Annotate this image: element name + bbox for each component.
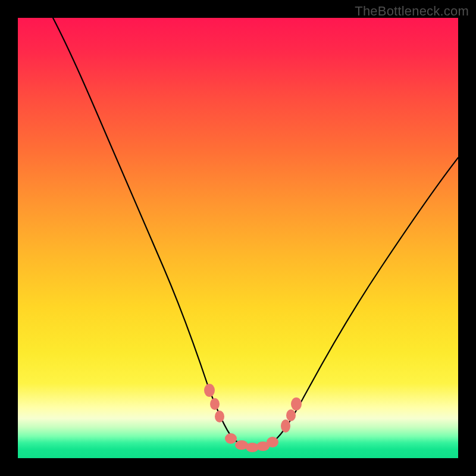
- marker-dot: [215, 411, 224, 422]
- bottleneck-curve-svg: [18, 18, 458, 458]
- bottleneck-curve: [53, 18, 458, 447]
- marker-dot: [267, 437, 278, 447]
- marker-dot: [286, 409, 296, 421]
- marker-dot: [281, 419, 290, 433]
- curve-markers: [204, 384, 302, 452]
- marker-dot: [225, 433, 237, 444]
- chart-frame: TheBottleneck.com: [0, 0, 476, 476]
- marker-dot: [291, 397, 302, 411]
- plot-area: [18, 18, 458, 458]
- marker-dot: [210, 398, 220, 410]
- watermark-text: TheBottleneck.com: [355, 4, 469, 19]
- marker-dot: [204, 384, 215, 397]
